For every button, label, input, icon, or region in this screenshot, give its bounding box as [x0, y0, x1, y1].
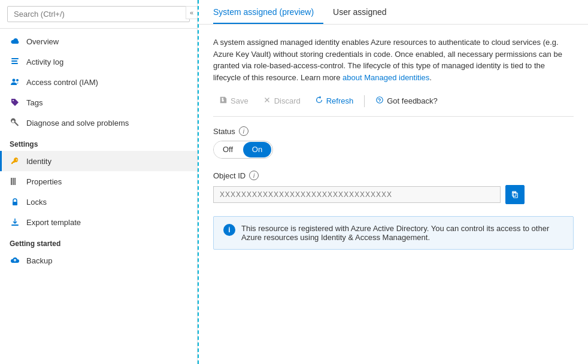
properties-label: Properties [26, 177, 62, 186]
backup-label: Backup [26, 256, 52, 265]
status-info-icon[interactable]: i [239, 126, 248, 136]
sidebar-item-diagnose[interactable]: Diagnose and solve problems [0, 113, 197, 133]
activity-log-label: Activity log [26, 57, 63, 66]
svg-rect-6 [13, 178, 14, 185]
locks-label: Locks [26, 198, 47, 207]
tags-label: Tags [26, 98, 43, 107]
object-id-section: Object ID i [213, 171, 574, 204]
wrench-icon [10, 117, 20, 128]
sidebar-nav: Overview Activity log Acc [0, 29, 197, 364]
svg-point-3 [13, 79, 16, 82]
lock-icon [10, 196, 20, 207]
svg-rect-2 [11, 63, 18, 64]
sidebar-item-iam[interactable]: Access control (IAM) [0, 72, 197, 92]
discard-button[interactable]: Discard [257, 93, 307, 109]
key-icon [10, 156, 20, 166]
toggle-off-option[interactable]: Off [214, 141, 242, 159]
toolbar: Save Discard Refresh [213, 93, 574, 117]
status-section: Status i Off On [213, 126, 574, 159]
sidebar-item-tags[interactable]: Tags [0, 92, 197, 113]
svg-rect-9 [11, 225, 19, 226]
status-label-text: Status [213, 127, 235, 136]
refresh-button[interactable]: Refresh [309, 93, 360, 109]
sidebar-item-properties[interactable]: Properties [0, 171, 197, 192]
refresh-label: Refresh [326, 96, 354, 105]
managed-identities-link[interactable]: about Managed identities [343, 73, 429, 82]
svg-point-4 [16, 79, 19, 81]
feedback-icon [375, 96, 384, 106]
status-toggle[interactable]: Off On [213, 141, 273, 159]
object-id-label-text: Object ID [213, 171, 245, 180]
feedback-label: Got feedback? [387, 96, 438, 105]
info-circle-icon: i [223, 224, 235, 236]
description-text: A system assigned managed identity enabl… [213, 37, 574, 83]
identity-label: Identity [26, 157, 51, 166]
sidebar-item-overview[interactable]: Overview [0, 31, 197, 51]
svg-rect-7 [14, 178, 16, 185]
info-banner: i This resource is registered with Azure… [213, 216, 574, 250]
save-button[interactable]: Save [213, 93, 254, 109]
svg-rect-1 [11, 60, 17, 62]
svg-rect-8 [13, 202, 17, 205]
sidebar-item-export-template[interactable]: Export template [0, 212, 197, 232]
tab-system-assigned[interactable]: System assigned (preview) [213, 0, 323, 24]
save-icon [219, 96, 228, 106]
tabs-bar: System assigned (preview) User assigned [199, 0, 588, 25]
object-id-input[interactable] [213, 186, 501, 203]
people-icon [10, 77, 20, 87]
sidebar-item-activity-log[interactable]: Activity log [0, 51, 197, 72]
toolbar-divider [364, 95, 365, 107]
tag-icon [10, 97, 20, 108]
info-banner-text: This resource is registered with Azure A… [241, 224, 563, 242]
copy-object-id-button[interactable] [505, 185, 525, 204]
tab-user-assigned[interactable]: User assigned [333, 0, 396, 24]
main-content: System assigned (preview) User assigned … [198, 0, 588, 364]
bars-icon [10, 176, 20, 187]
status-label-row: Status i [213, 126, 574, 136]
object-id-info-icon[interactable]: i [249, 171, 259, 180]
sidebar-item-backup[interactable]: Backup [0, 250, 197, 271]
export-template-label: Export template [26, 218, 81, 227]
content-area: A system assigned managed identity enabl… [199, 25, 588, 364]
description-link-suffix: . [429, 73, 432, 82]
svg-rect-10 [513, 193, 517, 198]
iam-label: Access control (IAM) [26, 78, 98, 87]
sidebar-item-identity[interactable]: Identity [0, 151, 197, 171]
object-id-row [213, 185, 574, 204]
feedback-button[interactable]: Got feedback? [369, 93, 444, 109]
cloud-upload-icon [10, 255, 20, 266]
object-id-label-row: Object ID i [213, 171, 574, 180]
toggle-on-option[interactable]: On [243, 142, 271, 157]
discard-label: Discard [274, 96, 301, 105]
save-label: Save [231, 96, 248, 105]
sidebar: « Overview Activity log [0, 0, 198, 364]
sidebar-item-locks[interactable]: Locks [0, 192, 197, 212]
download-icon [10, 217, 20, 228]
list-icon [10, 56, 20, 67]
svg-rect-0 [11, 58, 19, 59]
diagnose-label: Diagnose and solve problems [26, 119, 129, 128]
settings-section-label: Settings [0, 133, 197, 151]
cloud-icon [10, 36, 20, 47]
overview-label: Overview [26, 37, 59, 46]
refresh-icon [315, 96, 323, 106]
svg-rect-5 [11, 178, 12, 185]
discard-icon [263, 96, 271, 106]
getting-started-section-label: Getting started [0, 232, 197, 250]
search-input[interactable] [7, 6, 190, 22]
search-container [0, 0, 197, 29]
collapse-button[interactable]: « [186, 6, 198, 19]
